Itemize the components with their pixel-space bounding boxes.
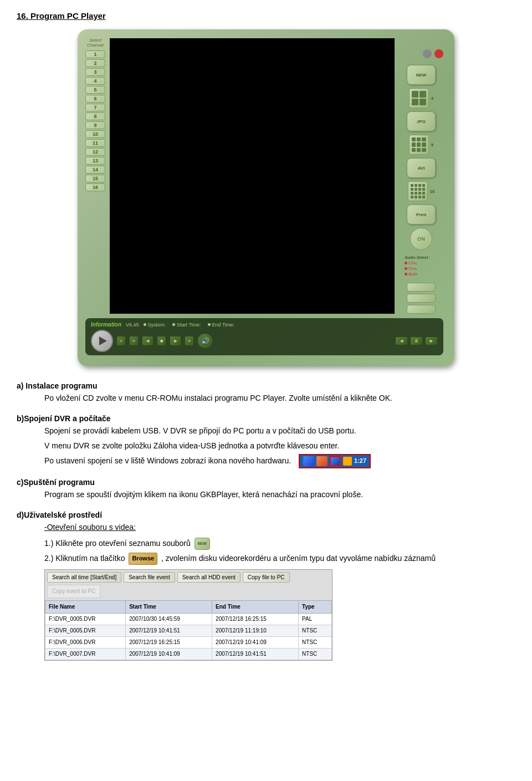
col-file-name: File Name — [45, 600, 126, 613]
table-cell-start: 2007/12/19 10:41:51 — [126, 625, 212, 636]
channel-9[interactable]: 9 — [85, 121, 105, 129]
channel-2[interactable]: 2 — [85, 59, 105, 67]
print-button[interactable]: Print — [407, 205, 436, 224]
system-label: System: — [148, 322, 166, 328]
section-c: c)Spuštění programu Program se spouští d… — [17, 476, 515, 501]
table-cell-type: NTSC — [299, 625, 332, 636]
grid-9-button[interactable] — [409, 135, 429, 155]
on-button[interactable]: ON — [410, 228, 432, 250]
taskbar-icon-2 — [316, 456, 328, 466]
copy-file-pc-button[interactable]: Copy file to PC — [243, 572, 290, 583]
fwd-fast-button[interactable]: » — [185, 336, 194, 346]
audio-ch1[interactable]: CH₁ — [405, 261, 438, 266]
grid-16-button[interactable] — [408, 181, 428, 201]
sub-controls: ◄ ⏸ ► — [395, 336, 438, 345]
table-row[interactable]: F:\DVR_0007.DVR2007/12/19 10:41:092007/1… — [45, 648, 332, 660]
video-display — [110, 38, 395, 314]
jpg-button[interactable]: JPG — [407, 111, 436, 131]
new-button[interactable]: NEW — [407, 65, 436, 85]
main-controls-row: « « ◄ ■ ► » 🔊 ◄ ⏸ ► — [91, 330, 438, 352]
avi-button[interactable]: AVI — [407, 158, 436, 178]
table-cell-file: F:\DVR_0006.DVR — [45, 636, 126, 648]
channel-6[interactable]: 6 — [85, 95, 105, 103]
table-row[interactable]: F:\DVR_0005.DVR2007/12/19 10:41:512007/1… — [45, 625, 332, 636]
col-type: Type — [299, 600, 332, 613]
section-b-text1: Spojení se provádí kabelem USB. V DVR se… — [44, 425, 515, 437]
side-pill-2[interactable] — [407, 294, 436, 303]
right-panel: NEW 4 JPG — [399, 38, 443, 314]
page-title: 16. Program PC Player — [17, 11, 515, 21]
player-controls: Information V6.45 System: Start Time: En… — [85, 318, 443, 355]
info-bar: Information V6.45 System: Start Time: En… — [91, 321, 438, 328]
channel-16[interactable]: 16 — [85, 183, 105, 191]
minimize-button[interactable] — [423, 49, 432, 58]
channel-3[interactable]: 3 — [85, 68, 105, 76]
dvr-player: Select Channel 1 2 3 4 5 6 7 8 9 10 11 1… — [78, 29, 454, 366]
section-d-item2: 2.) Kliknutím na tlačítko Browse , zvole… — [44, 552, 515, 565]
speaker-button[interactable]: 🔊 — [197, 333, 213, 349]
table-cell-type: NTSC — [299, 648, 332, 660]
section-b: b)Spojení DVR a počítače Spojení se prov… — [17, 412, 515, 468]
search-all-hdd-button[interactable]: Search all HDD event — [177, 572, 241, 583]
channel-5[interactable]: 5 — [85, 86, 105, 94]
rew-fast-button[interactable]: « — [116, 336, 126, 346]
table-cell-end: 2007/12/18 16:25:15 — [212, 613, 299, 625]
table-cell-end: 2007/12/19 10:41:51 — [212, 648, 299, 660]
section-c-heading-prefix: c) — [17, 478, 23, 487]
play-icon — [99, 336, 107, 345]
channel-4[interactable]: 4 — [85, 77, 105, 85]
channel-13[interactable]: 13 — [85, 157, 105, 165]
play-button[interactable] — [91, 330, 113, 352]
table-cell-file: F:\DVR_0005.DVR — [45, 625, 126, 636]
audio-both[interactable]: Both — [405, 272, 438, 277]
close-button[interactable] — [434, 49, 443, 58]
file-table: File Name Start Time End Time Type F:\DV… — [45, 600, 332, 660]
section-a-heading: a) Instalace programu — [17, 381, 98, 390]
side-pill-3[interactable] — [407, 305, 436, 314]
prev2-button[interactable]: ◄ — [395, 336, 408, 345]
taskbar-icon-3 — [330, 456, 341, 466]
pause-button[interactable]: ⏸ — [410, 336, 423, 345]
table-cell-start: 2007/12/19 16:25:15 — [126, 636, 212, 648]
section-d-heading-prefix: d) — [17, 511, 24, 519]
channel-10[interactable]: 10 — [85, 130, 105, 138]
channel-8[interactable]: 8 — [85, 113, 105, 120]
version-label: V6.45 — [126, 322, 139, 328]
grid-4-button[interactable] — [409, 88, 429, 108]
channel-11[interactable]: 11 — [85, 139, 105, 147]
prev-button[interactable]: ◄ — [142, 336, 154, 346]
next2-button[interactable]: ► — [425, 336, 438, 345]
info-brand-label: Information — [91, 321, 121, 328]
side-pill-1[interactable] — [407, 283, 436, 292]
section-d: d)Uživatelské prostředí -Otevření soubor… — [17, 509, 515, 661]
table-row[interactable]: F:\DVR_0006.DVR2007/12/19 16:25:152007/1… — [45, 636, 332, 648]
taskbar-time: 1:27 — [354, 456, 366, 466]
channel-15[interactable]: 15 — [85, 175, 105, 182]
channel-12[interactable]: 12 — [85, 148, 105, 156]
audio-ch2[interactable]: CH₂ — [405, 266, 438, 271]
section-d-heading-bold: Uživatelské prostředí — [24, 511, 102, 519]
search-all-time-button[interactable]: Search all time [Start/End] — [47, 572, 121, 583]
channel-list: Select Channel 1 2 3 4 5 6 7 8 9 10 11 1… — [85, 38, 105, 314]
new-icon-button: NEW — [195, 538, 210, 550]
channel-1[interactable]: 1 — [85, 50, 105, 58]
start-time-label: Start Time: — [177, 322, 201, 328]
taskbar-icon-1 — [303, 456, 314, 466]
section-b-heading-prefix: b) — [17, 414, 24, 423]
search-file-event-button[interactable]: Search file event — [124, 572, 175, 583]
section-d-subheading: -Otevření souboru s videa: — [44, 523, 136, 532]
section-b-text2: V menu DVR se zvolte položku Záloha vide… — [44, 440, 515, 452]
section-a: a) Instalace programu Po vložení CD zvol… — [17, 380, 515, 405]
rew-button[interactable]: « — [129, 336, 139, 346]
stop-button[interactable]: ■ — [157, 336, 166, 346]
fwd-button[interactable]: ► — [170, 336, 181, 346]
channel-7[interactable]: 7 — [85, 104, 105, 111]
browse-button-icon: Browse — [129, 553, 157, 565]
table-cell-file: F:\DVR_0005.DVR — [45, 613, 126, 625]
table-row[interactable]: F:\DVR_0005.DVR2007/10/30 14:45:592007/1… — [45, 613, 332, 625]
table-cell-end: 2007/12/19 11:19:10 — [212, 625, 299, 636]
col-start-time: Start Time — [126, 600, 212, 613]
table-cell-type: NTSC — [299, 636, 332, 648]
channel-14[interactable]: 14 — [85, 166, 105, 173]
side-buttons — [407, 283, 436, 314]
